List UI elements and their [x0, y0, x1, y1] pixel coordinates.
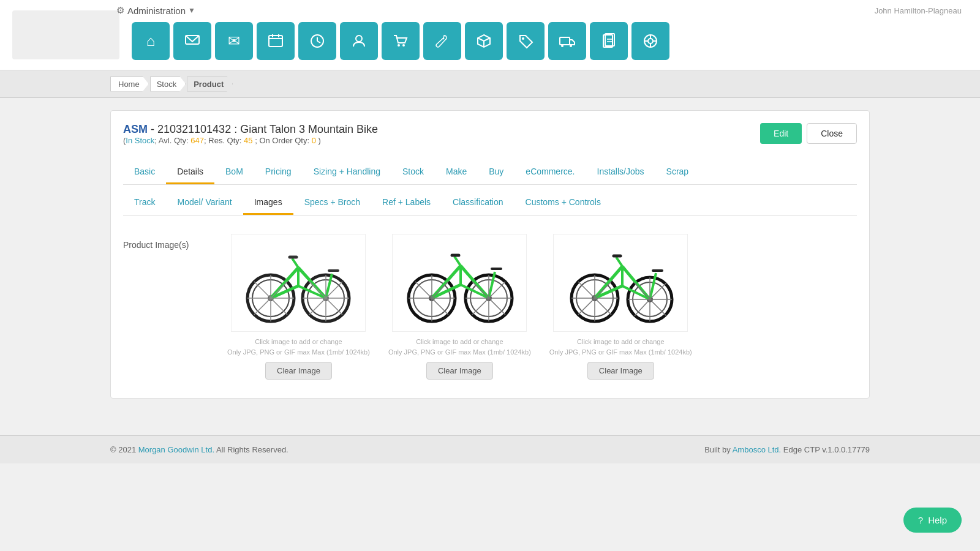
svg-line-100: [616, 257, 622, 266]
res-label: Res. Qty:: [208, 136, 241, 145]
svg-point-16: [561, 45, 564, 47]
svg-line-88: [472, 298, 489, 315]
subtabs: Track Model/ Variant Images Specs + Broc…: [123, 191, 857, 216]
subtab-images[interactable]: Images: [243, 191, 293, 215]
nav-tag-btn[interactable]: [507, 22, 545, 60]
product-name: Giant Talon 3 Mountain Bike: [240, 123, 378, 135]
nav-chat-btn[interactable]: [173, 22, 211, 60]
clear-image-btn-2[interactable]: Clear Image: [426, 362, 493, 380]
product-separator: -: [151, 123, 157, 135]
image-item-1: Click image to add or change Only JPG, P…: [227, 234, 370, 380]
breadcrumb-product[interactable]: Product: [187, 77, 233, 92]
order-value: 0: [312, 136, 316, 145]
bike-svg-3: [559, 240, 682, 326]
close-button[interactable]: Close: [807, 123, 857, 144]
nav-icons: ⌂ ✉: [132, 22, 669, 60]
footer: © 2021 Morgan Goodwin Ltd. All Rights Re…: [0, 435, 980, 463]
bike-svg-2: [398, 240, 521, 326]
image-upload-1[interactable]: [231, 234, 366, 332]
svg-line-50: [254, 298, 271, 315]
image-item-3: Click image to add or change Only JPG, P…: [549, 234, 692, 380]
copyright: © 2021: [110, 445, 136, 454]
breadcrumb-home[interactable]: Home: [110, 77, 149, 92]
help-button[interactable]: ? Help: [903, 508, 962, 533]
svg-point-17: [570, 45, 572, 47]
subtab-model-variant[interactable]: Model/ Variant: [166, 191, 243, 215]
stock-status-link[interactable]: In Stock: [126, 136, 154, 145]
tab-ecommerce[interactable]: eCommerce.: [514, 160, 586, 184]
nav-docs-btn[interactable]: [590, 22, 628, 60]
res-value: 45: [244, 136, 252, 145]
image-item-2: Click image to add or change Only JPG, P…: [388, 234, 531, 380]
breadcrumb-stock[interactable]: Stock: [150, 77, 186, 92]
image-upload-2[interactable]: [392, 234, 527, 332]
clear-image-btn-3[interactable]: Clear Image: [587, 362, 654, 380]
tab-pricing[interactable]: Pricing: [254, 160, 303, 184]
tab-scrap[interactable]: Scrap: [655, 160, 700, 184]
tab-installs[interactable]: Installs/Jobs: [586, 160, 655, 184]
nav-support-btn[interactable]: [631, 22, 669, 60]
footer-company[interactable]: Morgan Goodwin Ltd.: [138, 445, 214, 454]
image-hint-2: Click image to add or change Only JPG, P…: [388, 337, 531, 357]
svg-line-56: [326, 298, 342, 315]
help-icon: ?: [918, 515, 923, 525]
svg-line-58: [309, 298, 326, 315]
tab-stock[interactable]: Stock: [391, 160, 435, 184]
svg-line-119: [635, 299, 650, 316]
nav-cart-btn[interactable]: [382, 22, 420, 60]
subtab-ref-labels[interactable]: Ref + Labels: [371, 191, 442, 215]
subtab-track[interactable]: Track: [123, 191, 166, 215]
clear-image-btn-1[interactable]: Clear Image: [265, 362, 332, 380]
edit-button[interactable]: Edit: [760, 123, 802, 144]
nav-wrench-btn[interactable]: [423, 22, 461, 60]
images-grid: Click image to add or change Only JPG, P…: [227, 234, 692, 380]
svg-line-117: [650, 299, 666, 316]
tab-sizing[interactable]: Sizing + Handling: [303, 160, 391, 184]
admin-menu[interactable]: ⚙ Administration ▼: [116, 5, 195, 16]
gear-icon: ⚙: [116, 5, 124, 16]
logo: [12, 10, 119, 59]
svg-line-78: [415, 282, 432, 298]
nav-truck-btn[interactable]: [548, 22, 586, 60]
svg-line-70: [454, 257, 461, 266]
svg-point-8: [356, 36, 362, 42]
subtab-classification[interactable]: Classification: [442, 191, 514, 215]
avl-label: Avl. Qty:: [159, 136, 189, 145]
image-hint-1: Click image to add or change Only JPG, P…: [227, 337, 370, 357]
svg-line-39: [292, 258, 298, 268]
footer-rights: All Rights Reserved.: [216, 445, 288, 454]
built-by-label: Built by: [704, 445, 731, 454]
tab-details[interactable]: Details: [166, 160, 214, 184]
product-header: ASM - 210321101432 : Giant Talon 3 Mount…: [123, 123, 857, 154]
product-card: ASM - 210321101432 : Giant Talon 3 Mount…: [110, 110, 870, 399]
svg-line-11: [443, 38, 444, 39]
subtab-specs[interactable]: Specs + Broch: [293, 191, 371, 215]
image-upload-3[interactable]: [553, 234, 688, 332]
images-label: Product Image(s): [123, 234, 203, 250]
breadcrumb-bar: Home Stock Product: [0, 70, 980, 98]
subtab-customs[interactable]: Customs + Controls: [514, 191, 612, 215]
tab-make[interactable]: Make: [435, 160, 478, 184]
nav-mail-btn[interactable]: ✉: [215, 22, 253, 60]
nav-box-btn[interactable]: [465, 22, 503, 60]
svg-point-10: [402, 44, 405, 47]
tab-buy[interactable]: Buy: [478, 160, 514, 184]
footer-built-by[interactable]: Ambosco Ltd.: [733, 445, 782, 454]
product-asm: ASM: [123, 123, 148, 135]
help-label: Help: [928, 515, 947, 525]
main-tabs: Basic Details BoM Pricing Sizing + Handl…: [123, 160, 857, 185]
tab-basic[interactable]: Basic: [123, 160, 166, 184]
main-content: ASM - 210321101432 : Giant Talon 3 Mount…: [0, 98, 980, 411]
svg-line-85: [472, 282, 489, 298]
svg-point-9: [398, 44, 400, 47]
tab-bom[interactable]: BoM: [214, 160, 254, 184]
svg-line-108: [578, 282, 595, 298]
nav-clock-btn[interactable]: [298, 22, 336, 60]
nav-user-btn[interactable]: [340, 22, 378, 60]
nav-calendar-btn[interactable]: [257, 22, 295, 60]
svg-rect-1: [269, 36, 282, 47]
admin-label: Administration: [127, 6, 186, 16]
nav-home-btn[interactable]: ⌂: [132, 22, 170, 60]
svg-rect-15: [560, 37, 570, 45]
svg-line-47: [254, 282, 271, 298]
